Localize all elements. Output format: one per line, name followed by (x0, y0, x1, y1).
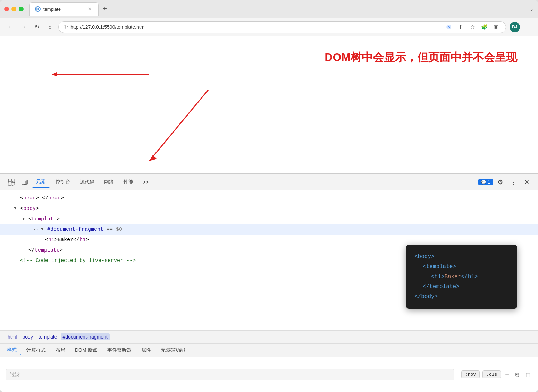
extension-icon[interactable]: 🧩 (479, 22, 489, 32)
tab-bar: template ✕ + (29, 2, 527, 16)
devtools-tab-sources[interactable]: 源代码 (76, 177, 99, 187)
body-triangle (14, 205, 19, 212)
styles-content: 过滤 :hov .cls + ⎘ ◫ (0, 357, 538, 392)
new-tab-button[interactable]: + (100, 4, 110, 14)
filter-input[interactable]: 过滤 (6, 369, 454, 380)
devtools-tab-performance[interactable]: 性能 (119, 177, 137, 187)
tab-favicon (35, 6, 41, 12)
dom-head-content: <head>…</head> (20, 194, 64, 203)
dock-styles-button[interactable]: ◫ (523, 370, 532, 379)
minimize-traffic-light[interactable] (11, 7, 16, 11)
tab-list-chevron[interactable]: ⌄ (530, 6, 534, 12)
breadcrumb-template[interactable]: template (36, 333, 59, 340)
home-button[interactable]: ⌂ (45, 22, 55, 32)
page-content: DOM树中会显示，但页面中并不会呈现 (0, 36, 538, 173)
bookmark-icon[interactable]: ☆ (468, 22, 477, 32)
dom-body-open-content: <body> (20, 205, 39, 213)
close-traffic-light[interactable] (4, 7, 9, 11)
translate-icon[interactable]: G (444, 22, 454, 32)
dom-head-line[interactable]: ▼ <head>…</head> (0, 193, 538, 204)
svg-rect-12 (12, 182, 15, 185)
styles-panel: 样式 计算样式 布局 DOM 断点 事件监听器 属性 无障碍功能 过滤 :hov… (0, 343, 538, 392)
breadcrumb-bar: html body template #document-fragment (0, 330, 538, 343)
device-toolbar-button[interactable] (19, 176, 31, 188)
sidebar-icon[interactable]: ▣ (491, 22, 501, 32)
reload-button[interactable]: ↻ (32, 22, 42, 32)
popup-line-4: </template> (414, 282, 509, 292)
maximize-traffic-light[interactable] (19, 7, 24, 11)
url-bar[interactable]: ⓘ http://127.0.0.1:5500/template.html G … (58, 21, 506, 33)
breadcrumb-fragment[interactable]: #document-fragment (61, 333, 110, 340)
address-bar: ← → ↻ ⌂ ⓘ http://127.0.0.1:5500/template… (0, 18, 538, 36)
devtools-tab-console[interactable]: 控制台 (51, 177, 74, 187)
copy-styles-button[interactable]: ⎘ (513, 370, 521, 379)
dom-body-open-line[interactable]: <body> (0, 204, 538, 214)
popup-line-2: <template> (414, 262, 509, 272)
svg-marker-8 (149, 155, 157, 161)
badge-icon: 💬 (481, 180, 486, 185)
svg-marker-6 (52, 72, 57, 77)
back-button[interactable]: ← (6, 22, 15, 32)
breadcrumb-body[interactable]: body (20, 333, 35, 340)
devtools-tab-elements[interactable]: 元素 (32, 177, 50, 188)
dom-template-open-content: <template> (28, 215, 60, 223)
dom-fragment-line[interactable]: ··· #document-fragment == $0 (0, 224, 538, 235)
dom-h1-content: <h1>Baker</h1> (45, 236, 89, 244)
annotation-text: DOM树中会显示，但页面中并不会呈现 (325, 50, 517, 65)
devtools-toolbar: 元素 控制台 源代码 网络 性能 >> 💬 1 ⚙ ⋮ ✕ (0, 174, 538, 190)
devtools-more-button[interactable]: ⋮ (507, 176, 519, 188)
styles-tab-properties[interactable]: 属性 (137, 346, 155, 355)
console-badge[interactable]: 💬 1 (478, 179, 493, 185)
svg-text:G: G (447, 26, 450, 29)
popup-line-3: <h1>Baker</h1> (414, 272, 509, 282)
popup-line-5: </body> (414, 292, 509, 302)
badge-count: 1 (488, 180, 490, 185)
dom-fragment-content: #document-fragment == $0 (47, 225, 122, 234)
styles-tab-event-listeners[interactable]: 事件监听器 (103, 346, 136, 355)
devtools-settings-button[interactable]: ⚙ (494, 176, 506, 188)
browser-tab[interactable]: template ✕ (29, 2, 99, 16)
code-popup: <body> <template> <h1>Baker</h1> </templ… (406, 245, 517, 309)
tab-title: template (43, 7, 84, 12)
share-icon[interactable]: ⬆ (456, 22, 465, 32)
add-style-rule-button[interactable]: + (504, 370, 511, 378)
dom-h1-line[interactable]: ▼ <h1>Baker</h1> (0, 235, 538, 245)
devtools-tab-more[interactable]: >> (139, 177, 153, 187)
styles-tab-computed[interactable]: 计算样式 (22, 346, 50, 355)
template-triangle (22, 216, 28, 222)
svg-rect-15 (26, 181, 27, 184)
browser-more-button[interactable]: ⋮ (523, 23, 532, 31)
fragment-triangle (41, 226, 47, 233)
svg-rect-9 (8, 179, 11, 182)
hov-button[interactable]: :hov (461, 370, 480, 378)
dom-comment-content: <!-- Code injected by live-server --> (20, 257, 136, 265)
styles-tab-accessibility[interactable]: 无障碍功能 (157, 346, 189, 355)
url-bar-actions: G ⬆ ☆ 🧩 ▣ (444, 22, 501, 32)
cls-button[interactable]: .cls (482, 370, 501, 378)
tab-close-button[interactable]: ✕ (86, 6, 93, 12)
devtools-panel: 元素 控制台 源代码 网络 性能 >> 💬 1 ⚙ ⋮ ✕ ▼ <head>…<… (0, 173, 538, 392)
lock-icon: ⓘ (64, 24, 68, 30)
dom-ellipsis: ··· (31, 226, 41, 233)
profile-avatar[interactable]: BJ (510, 22, 520, 32)
styles-tab-dom-breakpoints[interactable]: DOM 断点 (71, 346, 102, 355)
url-text: http://127.0.0.1:5500/template.html (70, 24, 441, 30)
traffic-lights (4, 7, 24, 11)
svg-rect-14 (24, 184, 26, 185)
styles-tab-layout[interactable]: 布局 (51, 346, 69, 355)
devtools-tab-network[interactable]: 网络 (100, 177, 118, 187)
dom-template-close-content: </template> (28, 246, 63, 255)
breadcrumb-html[interactable]: html (6, 333, 19, 340)
svg-rect-11 (8, 182, 11, 185)
styles-tabs: 样式 计算样式 布局 DOM 断点 事件监听器 属性 无障碍功能 (0, 344, 538, 357)
title-bar: template ✕ + ⌄ (0, 0, 538, 18)
popup-line-1: <body> (414, 252, 509, 262)
browser-window: template ✕ + ⌄ ← → ↻ ⌂ ⓘ http://127.0.0.… (0, 0, 538, 392)
devtools-close-button[interactable]: ✕ (521, 176, 532, 188)
inspect-element-button[interactable] (6, 176, 17, 188)
svg-rect-10 (12, 179, 15, 182)
styles-tab-styles[interactable]: 样式 (3, 346, 21, 355)
forward-button[interactable]: → (19, 22, 28, 32)
styles-actions: :hov .cls + ⎘ ◫ (461, 370, 532, 379)
dom-template-open-line[interactable]: <template> (0, 214, 538, 224)
